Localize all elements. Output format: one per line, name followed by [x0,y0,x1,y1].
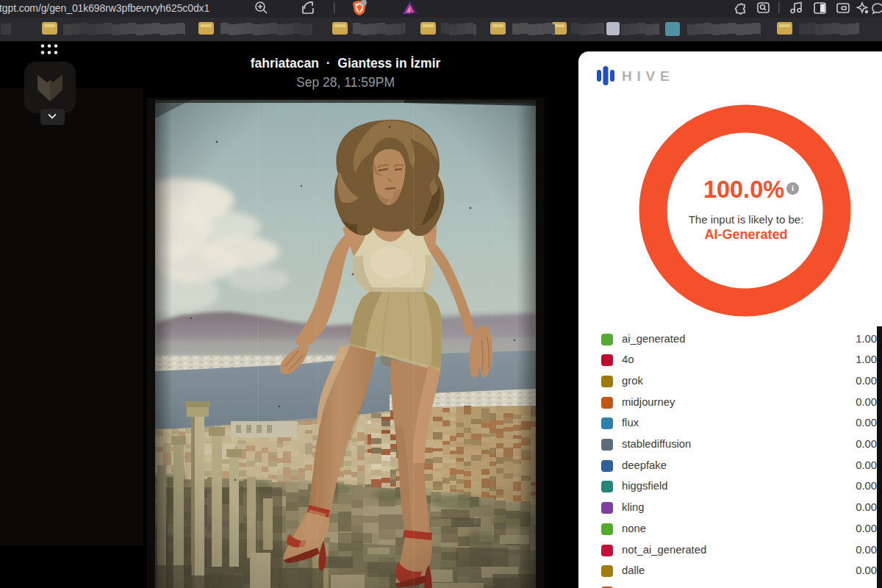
svg-text:HIVE: HIVE [622,68,675,84]
